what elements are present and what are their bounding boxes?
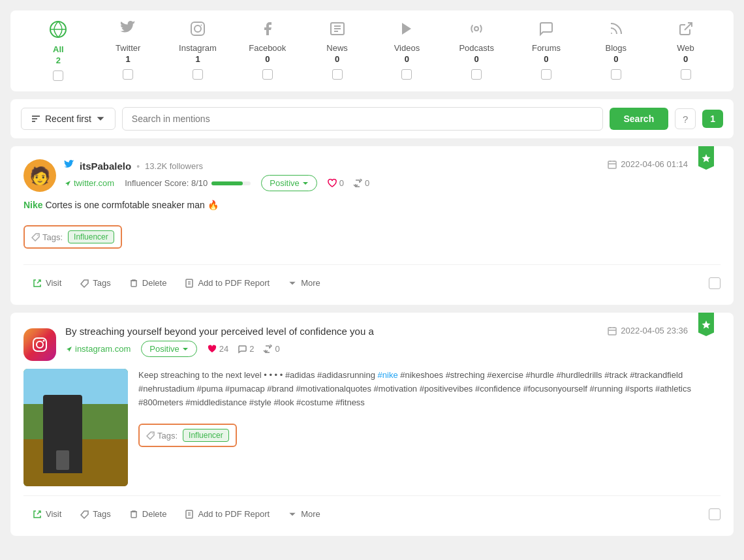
- score-bar-fill-1: [211, 181, 243, 185]
- add-pdf-button-1[interactable]: Add to PDF Report: [176, 274, 279, 292]
- podcasts-label: Podcasts: [459, 43, 493, 53]
- blogs-count: 0: [613, 54, 618, 64]
- facebook-label: Facebook: [249, 43, 286, 53]
- instagram-image: [23, 369, 128, 486]
- card-actions-2: Visit Tags Delete Add to PDF Report More: [23, 495, 721, 523]
- insta-source-link[interactable]: instagram.com: [65, 344, 131, 354]
- help-button[interactable]: ?: [675, 108, 696, 129]
- source-forums[interactable]: Forums 0: [512, 21, 581, 80]
- source-facebook[interactable]: Facebook 0: [232, 21, 302, 80]
- chevron-down-sentiment-icon: [302, 180, 309, 187]
- more-button-2[interactable]: More: [279, 505, 330, 523]
- news-count: 0: [335, 54, 339, 64]
- tags-action-icon: [80, 279, 89, 288]
- insta-shares: 0: [263, 344, 279, 354]
- news-checkbox[interactable]: [332, 69, 343, 80]
- source-link-1[interactable]: twitter.com: [64, 178, 114, 188]
- insta-tags-row: Tags: Influencer: [138, 424, 237, 447]
- influencer-score-1: Influencer Score: 8/10: [125, 178, 251, 188]
- delete-icon: [129, 279, 138, 288]
- podcasts-icon: [469, 21, 484, 40]
- stats-row-1: 0 0: [328, 178, 369, 188]
- visit-button-1[interactable]: Visit: [23, 274, 70, 292]
- svg-point-4: [200, 25, 202, 26]
- search-input[interactable]: [122, 107, 603, 131]
- podcasts-count: 0: [474, 54, 479, 64]
- pdf-icon-2: [185, 510, 194, 519]
- star-icon-2: [702, 320, 711, 329]
- facebook-icon: [260, 21, 275, 40]
- delete-icon-2: [129, 510, 138, 519]
- sentiment-button-2[interactable]: Positive: [141, 341, 197, 357]
- insta-tag-badge[interactable]: Influencer: [183, 429, 229, 442]
- source-web[interactable]: Web 0: [651, 21, 721, 80]
- add-pdf-button-2[interactable]: Add to PDF Report: [176, 505, 279, 523]
- insta-stats-row: 24 2 0: [208, 344, 280, 354]
- mention-text-1: Nike Cortes is one cormfotable sneaker m…: [23, 198, 721, 212]
- svg-rect-27: [131, 281, 136, 287]
- svg-point-10: [474, 27, 478, 31]
- web-count: 0: [683, 54, 688, 64]
- all-checkbox[interactable]: [53, 70, 63, 81]
- forums-label: Forums: [532, 43, 561, 53]
- insta-tag-icon: [146, 431, 155, 440]
- svg-rect-46: [186, 510, 193, 518]
- facebook-checkbox[interactable]: [262, 69, 273, 80]
- chevron-down-icon: [95, 114, 106, 124]
- likes-stat-1: 0: [328, 178, 344, 188]
- card-select-checkbox-1[interactable]: [709, 277, 721, 289]
- insta-likes: 24: [208, 344, 228, 354]
- web-checkbox[interactable]: [681, 69, 691, 80]
- forums-icon: [538, 21, 554, 40]
- avatar-1: 🧑: [23, 159, 56, 192]
- source-all[interactable]: All 2: [23, 21, 93, 81]
- sentiment-button-1[interactable]: Positive: [261, 175, 317, 191]
- svg-marker-16: [702, 154, 711, 163]
- visit-button-2[interactable]: Visit: [23, 505, 70, 523]
- instagram-avatar-icon: [31, 335, 49, 354]
- tags-container-1: Tags: Influencer: [23, 219, 721, 255]
- brand-highlight-1: Nike: [23, 200, 43, 210]
- chevron-down-more-icon: [288, 279, 297, 288]
- search-button[interactable]: Search: [610, 108, 669, 130]
- nike-hashtag: #nike: [378, 370, 398, 380]
- podcasts-checkbox[interactable]: [471, 69, 482, 80]
- forums-checkbox[interactable]: [541, 69, 551, 80]
- svg-marker-31: [702, 320, 711, 329]
- blogs-icon: [608, 21, 624, 40]
- filter-bar: Recent first Search ? 1: [10, 99, 734, 138]
- source-news[interactable]: News 0: [302, 21, 372, 80]
- svg-point-38: [43, 340, 45, 342]
- svg-marker-9: [402, 23, 411, 35]
- svg-rect-32: [608, 328, 616, 335]
- more-button-1[interactable]: More: [279, 274, 330, 292]
- instagram-checkbox[interactable]: [193, 69, 203, 80]
- delete-button-2[interactable]: Delete: [120, 505, 176, 523]
- source-podcasts[interactable]: Podcasts 0: [442, 21, 512, 80]
- tag-badge-1[interactable]: Influencer: [68, 230, 114, 243]
- tags-button-1[interactable]: Tags: [70, 274, 119, 292]
- videos-checkbox[interactable]: [401, 69, 412, 80]
- source-twitter[interactable]: Twitter 1: [93, 21, 163, 80]
- blogs-checkbox[interactable]: [611, 69, 621, 80]
- delete-button-1[interactable]: Delete: [120, 274, 176, 292]
- source-videos[interactable]: Videos 0: [372, 21, 442, 80]
- tags-row-1: Tags: Influencer: [23, 225, 122, 249]
- twitter-count: 1: [126, 54, 131, 64]
- sort-button[interactable]: Recent first: [21, 108, 116, 130]
- svg-line-12: [685, 23, 692, 30]
- instagram-content: Keep streaching to the next level • • • …: [23, 369, 721, 486]
- svg-rect-28: [186, 279, 193, 287]
- source-filter-bar: All 2 Twitter 1 Instagram 1 Facebook 0: [10, 10, 734, 91]
- twitter-checkbox[interactable]: [123, 69, 133, 80]
- sort-label: Recent first: [45, 114, 91, 124]
- instagram-count: 1: [195, 54, 200, 64]
- source-blogs[interactable]: Blogs 0: [581, 21, 651, 80]
- comment-icon: [238, 345, 247, 354]
- tags-button-2[interactable]: Tags: [70, 505, 119, 523]
- card-select-checkbox-2[interactable]: [709, 508, 721, 520]
- web-label: Web: [677, 43, 694, 53]
- search-wrapper: [122, 107, 603, 131]
- source-instagram[interactable]: Instagram 1: [163, 21, 233, 80]
- calendar-icon-2: [608, 326, 617, 335]
